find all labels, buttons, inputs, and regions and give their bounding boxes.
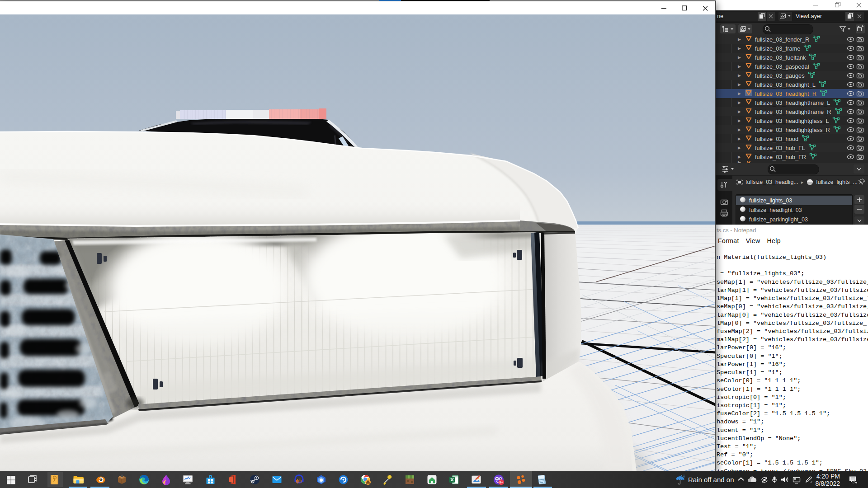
svg-text:9+: 9+	[499, 480, 503, 484]
